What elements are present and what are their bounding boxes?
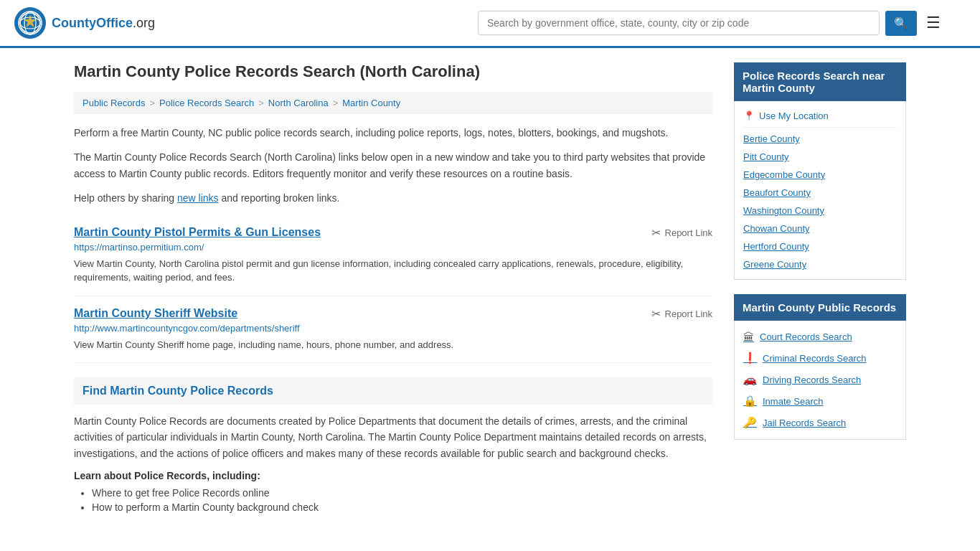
desc-para1: Perform a free Martin County, NC public … [74,125,712,141]
scissors-icon: ✂ [651,226,661,240]
scissors-icon-2: ✂ [651,307,661,321]
desc-para2: The Martin County Police Records Search … [74,149,712,182]
result-2-title[interactable]: Martin County Sheriff Website [74,307,237,320]
court-icon: 🏛 [743,331,754,343]
find-section-title: Find Martin County Police Records [74,377,712,405]
divider-1 [743,127,897,128]
records-jail[interactable]: 🔑 Jail Records Search [743,412,897,433]
result-item-2: Martin County Sheriff Website ✂ Report L… [74,296,712,364]
learn-item-2: How to perform a Martin County backgroun… [92,501,712,513]
result-2-url[interactable]: http://www.martincountyncgov.com/departm… [74,323,712,334]
records-criminal[interactable]: ❗ Criminal Records Search [743,347,897,369]
breadcrumb-north-carolina[interactable]: North Carolina [268,98,329,108]
records-criminal-label: Criminal Records Search [763,353,867,364]
nearby-beaufort[interactable]: Beaufort County [743,184,897,202]
logo[interactable]: CountyOffice.org [14,7,155,39]
result-item-1: Martin County Pistol Permits & Gun Licen… [74,215,712,296]
criminal-icon: ❗ [743,352,757,364]
records-jail-label: Jail Records Search [763,418,846,428]
records-court[interactable]: 🏛 Court Records Search [743,326,897,347]
nearby-section: Police Records Search near Martin County… [734,62,906,280]
new-links-link[interactable]: new links [177,192,219,204]
hamburger-icon: ☰ [926,14,941,32]
search-icon: 🔍 [894,17,908,29]
nearby-edgecombe[interactable]: Edgecombe County [743,166,897,184]
breadcrumb-martin-county[interactable]: Martin County [342,98,400,108]
result-1-desc: View Martin County, North Carolina pisto… [74,257,712,285]
result-2-desc: View Martin County Sheriff home page, in… [74,338,712,352]
nearby-title: Police Records Search near Martin County [734,62,906,101]
records-inmate[interactable]: 🔒 Inmate Search [743,390,897,412]
breadcrumb: Public Records > Police Records Search >… [74,92,712,114]
result-1-report-link[interactable]: ✂ Report Link [651,226,712,240]
nearby-pitt[interactable]: Pitt County [743,148,897,166]
jail-icon: 🔑 [743,416,757,429]
result-1-url[interactable]: https://martinso.permitium.com/ [74,242,712,253]
sidebar: Police Records Search near Martin County… [734,62,906,516]
records-title: Martin County Public Records [734,294,906,321]
result-2-report-link[interactable]: ✂ Report Link [651,307,712,321]
breadcrumb-sep-3: > [333,98,339,108]
result-1-report-label: Report Link [665,227,712,238]
breadcrumb-police-records-search[interactable]: Police Records Search [159,98,254,108]
nearby-chowan[interactable]: Chowan County [743,220,897,237]
nearby-washington[interactable]: Washington County [743,202,897,220]
use-location-label: Use My Location [759,110,829,121]
desc-para3-suffix: and reporting broken links. [219,192,340,204]
desc-para3: Help others by sharing new links and rep… [74,190,712,206]
logo-icon [14,7,46,39]
learn-title: Learn about Police Records, including: [74,470,712,481]
records-body: 🏛 Court Records Search ❗ Criminal Record… [734,321,906,440]
breadcrumb-sep-1: > [149,98,155,108]
nearby-greene[interactable]: Greene County [743,255,897,273]
learn-list: Where to get free Police Records online … [74,487,712,513]
nearby-bertie[interactable]: Bertie County [743,130,897,148]
inmate-icon: 🔒 [743,395,757,408]
page-title: Martin County Police Records Search (Nor… [74,62,712,81]
location-pin-icon: 📍 [743,110,755,121]
records-court-label: Court Records Search [760,331,852,342]
driving-icon: 🚗 [743,373,757,386]
records-driving-label: Driving Records Search [763,375,861,385]
find-section-desc: Martin County Police Records are documen… [74,413,712,461]
nearby-hertford[interactable]: Hertford County [743,237,897,255]
nearby-body: 📍 Use My Location Bertie County Pitt Cou… [734,101,906,280]
breadcrumb-sep-2: > [258,98,264,108]
breadcrumb-public-records[interactable]: Public Records [83,98,145,108]
records-section: Martin County Public Records 🏛 Court Rec… [734,294,906,440]
use-location-btn[interactable]: 📍 Use My Location [743,107,897,125]
learn-item-1: Where to get free Police Records online [92,487,712,499]
find-section: Find Martin County Police Records Martin… [74,377,712,513]
menu-button[interactable]: ☰ [923,10,944,36]
result-2-report-label: Report Link [665,309,712,319]
logo-text: CountyOffice.org [52,16,155,31]
records-driving[interactable]: 🚗 Driving Records Search [743,369,897,390]
desc-para3-prefix: Help others by sharing [74,192,177,204]
search-button[interactable]: 🔍 [885,11,917,36]
result-1-title[interactable]: Martin County Pistol Permits & Gun Licen… [74,226,321,239]
records-inmate-label: Inmate Search [763,396,824,407]
search-input[interactable] [478,11,880,35]
